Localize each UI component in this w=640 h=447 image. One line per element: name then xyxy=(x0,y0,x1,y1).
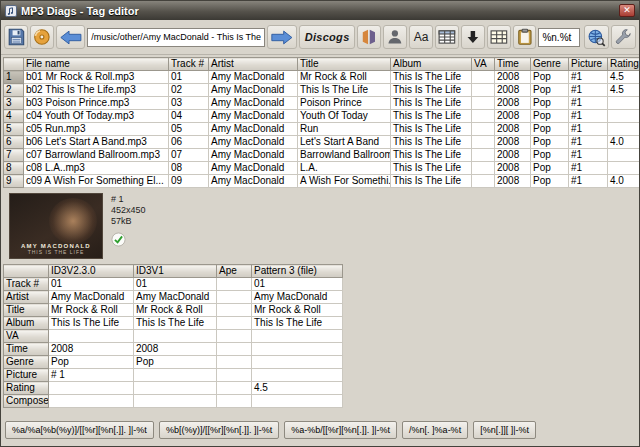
column-header-track[interactable]: Track # xyxy=(169,58,209,71)
file-cell[interactable]: c09 A Wish For Something El... xyxy=(24,175,169,188)
album-cell[interactable]: This Is The Life xyxy=(391,97,472,110)
genre-cell[interactable]: Pop xyxy=(531,175,569,188)
rating-cell[interactable]: 4.5 xyxy=(608,84,640,97)
pattern-value-cell[interactable]: This Is The Life xyxy=(252,317,343,330)
column-header-title[interactable]: Title xyxy=(298,58,391,71)
va-cell[interactable] xyxy=(472,136,495,149)
column-header-album[interactable]: Album xyxy=(391,58,472,71)
artist-cell[interactable]: Amy MacDonald xyxy=(209,110,298,123)
rating-cell[interactable]: 4.5 xyxy=(608,71,640,84)
pattern-value-cell[interactable]: Mr Rock & Roll xyxy=(252,304,343,317)
artist-cell[interactable]: Amy MacDonald xyxy=(209,136,298,149)
track-cell[interactable]: 07 xyxy=(169,149,209,162)
album-cell[interactable]: This Is The Life xyxy=(391,110,472,123)
picture-cell[interactable]: #1 xyxy=(569,175,608,188)
file-cell[interactable]: b03 Poison Prince.mp3 xyxy=(24,97,169,110)
time-cell[interactable]: 2008 xyxy=(495,97,531,110)
id3v1-value-cell[interactable]: 01 xyxy=(134,278,217,291)
time-cell[interactable]: 2008 xyxy=(495,84,531,97)
column-header-artist[interactable]: Artist xyxy=(209,58,298,71)
time-cell[interactable]: 2008 xyxy=(495,123,531,136)
artist-cell[interactable]: Amy MacDonald xyxy=(209,71,298,84)
column-header-picture[interactable]: Picture xyxy=(569,58,608,71)
row-number[interactable]: 7 xyxy=(4,149,24,162)
id3v2-value-cell[interactable] xyxy=(49,330,134,343)
id3v1-value-cell[interactable]: 2008 xyxy=(134,343,217,356)
picture-cell[interactable]: #1 xyxy=(569,136,608,149)
pattern-value-cell[interactable] xyxy=(252,330,343,343)
paste-button[interactable] xyxy=(513,25,537,49)
album-cell[interactable]: This Is The Life xyxy=(391,136,472,149)
id3v2-value-cell[interactable]: Mr Rock & Roll xyxy=(49,304,134,317)
picture-cell[interactable]: #1 xyxy=(569,110,608,123)
pattern-value-cell[interactable]: 4.5 xyxy=(252,382,343,395)
id3v1-value-cell[interactable] xyxy=(134,395,217,408)
picture-cell[interactable]: #1 xyxy=(569,149,608,162)
pattern-button-4[interactable]: /%n[. ]%a-%t xyxy=(402,421,468,439)
artist-cell[interactable]: Amy MacDonald xyxy=(209,162,298,175)
file-cell[interactable]: c07 Barrowland Ballroom.mp3 xyxy=(24,149,169,162)
pattern-button-3[interactable]: %a-%b/[[%r][%n[.]]. ]|-%t xyxy=(284,421,397,439)
genre-cell[interactable]: Pop xyxy=(531,84,569,97)
settings-button[interactable] xyxy=(611,25,636,49)
title-cell[interactable]: A Wish For Somethi... xyxy=(298,175,391,188)
tag-column-header-id3v1[interactable]: ID3V1 xyxy=(134,265,217,278)
track-cell[interactable]: 03 xyxy=(169,97,209,110)
ape-value-cell[interactable] xyxy=(217,343,252,356)
column-header-va[interactable]: VA xyxy=(472,58,495,71)
pattern-value-cell[interactable] xyxy=(252,369,343,382)
file-cell[interactable]: b06 Let's Start A Band.mp3 xyxy=(24,136,169,149)
details-corner[interactable] xyxy=(4,265,49,278)
picture-cell[interactable]: #1 xyxy=(569,97,608,110)
row-number[interactable]: 8 xyxy=(4,162,24,175)
track-cell[interactable]: 05 xyxy=(169,123,209,136)
id3v2-value-cell[interactable] xyxy=(49,395,134,408)
pattern-button-1[interactable]: %a/%a[%b(%y)]/[[%r][%n[.]]. ]|-%t xyxy=(5,421,154,439)
column-header-rating[interactable]: Rating xyxy=(608,58,640,71)
title-cell[interactable]: Let's Start A Band xyxy=(298,136,391,149)
id3v2-value-cell[interactable]: 2008 xyxy=(49,343,134,356)
rating-cell[interactable] xyxy=(608,123,640,136)
picture-cell[interactable]: #1 xyxy=(569,71,608,84)
pattern-value-cell[interactable] xyxy=(252,356,343,369)
va-cell[interactable] xyxy=(472,97,495,110)
column-header-file-name[interactable]: File name xyxy=(24,58,169,71)
ape-value-cell[interactable] xyxy=(217,369,252,382)
tag-column-header-pattern-3-file[interactable]: Pattern 3 (file) xyxy=(252,265,343,278)
file-cell[interactable]: c04 Youth Of Today.mp3 xyxy=(24,110,169,123)
pattern-value-cell[interactable] xyxy=(252,395,343,408)
id3v2-value-cell[interactable]: This Is The Life xyxy=(49,317,134,330)
album-cell[interactable]: This Is The Life xyxy=(391,123,472,136)
save-button[interactable] xyxy=(4,25,28,49)
time-cell[interactable]: 2008 xyxy=(495,71,531,84)
rating-cell[interactable] xyxy=(608,97,640,110)
file-cell[interactable]: b01 Mr Rock & Roll.mp3 xyxy=(24,71,169,84)
app-icon[interactable] xyxy=(5,5,17,17)
pattern-value-cell[interactable]: 01 xyxy=(252,278,343,291)
rating-cell[interactable]: 4.0 xyxy=(608,136,640,149)
va-cell[interactable] xyxy=(472,71,495,84)
title-cell[interactable]: Barrowland Ballroom xyxy=(298,149,391,162)
title-cell[interactable]: L.A. xyxy=(298,162,391,175)
album-cell[interactable]: This Is The Life xyxy=(391,175,472,188)
album-cover[interactable]: AMY MACDONALD THIS IS THE LIFE xyxy=(9,193,103,259)
ape-value-cell[interactable] xyxy=(217,330,252,343)
artist-cell[interactable]: Amy MacDonald xyxy=(209,84,298,97)
track-cell[interactable]: 09 xyxy=(169,175,209,188)
id3v1-value-cell[interactable]: This Is The Life xyxy=(134,317,217,330)
artist-cell[interactable]: Amy MacDonald xyxy=(209,123,298,136)
ape-value-cell[interactable] xyxy=(217,278,252,291)
ape-value-cell[interactable] xyxy=(217,304,252,317)
ape-value-cell[interactable] xyxy=(217,291,252,304)
id3v1-value-cell[interactable]: Mr Rock & Roll xyxy=(134,304,217,317)
reload-button[interactable] xyxy=(30,25,54,49)
column-header-genre[interactable]: Genre xyxy=(531,58,569,71)
track-cell[interactable]: 01 xyxy=(169,71,209,84)
tracks-grid-button[interactable] xyxy=(487,25,511,49)
rating-cell[interactable] xyxy=(608,149,640,162)
id3v2-value-cell[interactable]: Amy MacDonald xyxy=(49,291,134,304)
id3v2-value-cell[interactable]: # 1 xyxy=(49,369,134,382)
id3v1-value-cell[interactable] xyxy=(134,382,217,395)
album-cell[interactable]: This Is The Life xyxy=(391,71,472,84)
ape-value-cell[interactable] xyxy=(217,317,252,330)
